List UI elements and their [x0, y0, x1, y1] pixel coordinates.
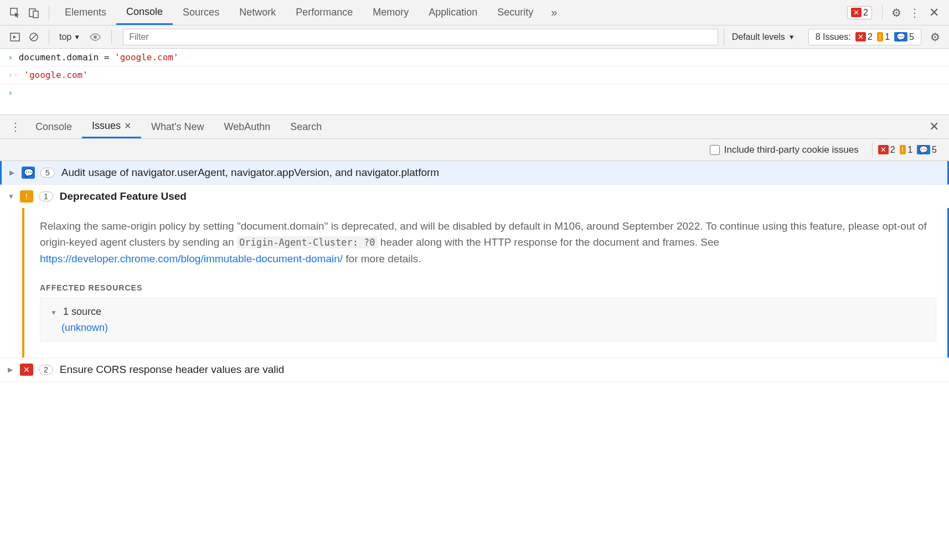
desc-code: Origin-Agent-Cluster: ?0	[237, 236, 378, 248]
issue-counts: ✕2 !1 💬5	[878, 145, 941, 155]
issue-row[interactable]: ▶ ✕ 2 Ensure CORS response header values…	[0, 357, 949, 382]
issue-row[interactable]: ▼ ! 1 Deprecated Feature Used	[0, 185, 949, 208]
console-toolbar: top ▼ Default levels ▼ 8 Issues: ✕2 !1 💬…	[0, 25, 949, 49]
code-string: 'google.com'	[24, 70, 88, 80]
console-prompt-line[interactable]: ›	[0, 84, 949, 115]
collapse-icon: ▼	[50, 309, 57, 317]
drawer-tab-console[interactable]: Console	[25, 115, 82, 138]
error-icon: ✕	[851, 8, 862, 17]
warning-issue-icon: !	[20, 190, 33, 203]
log-levels-selector[interactable]: Default levels ▼	[724, 29, 803, 45]
separator	[49, 30, 49, 44]
affected-resources-heading: AFFECTED RESOURCES	[40, 283, 936, 292]
issue-title: Deprecated Feature Used	[60, 190, 187, 203]
issues-warn-count: 1	[885, 32, 890, 42]
expand-icon[interactable]: ▶	[8, 366, 14, 374]
tab-performance[interactable]: Performance	[286, 0, 363, 25]
source-link[interactable]: (unknown)	[61, 322, 926, 334]
console-output: › document.domain = 'google.com' ‹· 'goo…	[0, 49, 949, 115]
device-toggle-icon[interactable]	[26, 5, 42, 20]
code-string: 'google.com'	[115, 52, 179, 63]
close-devtools-icon[interactable]: ✕	[929, 6, 939, 20]
svg-rect-2	[33, 11, 38, 18]
tab-network[interactable]: Network	[229, 0, 286, 25]
inspect-icon[interactable]	[7, 5, 23, 20]
settings-icon[interactable]: ⚙	[891, 6, 901, 19]
error-icon: ✕	[878, 145, 889, 154]
desc-text: for more details.	[343, 253, 421, 265]
console-input-line[interactable]: › document.domain = 'google.com'	[0, 49, 949, 66]
affected-resources-box: ▼ 1 source (unknown)	[40, 298, 936, 342]
expand-icon[interactable]: ▶	[9, 169, 16, 177]
drawer-tab-issues[interactable]: Issues ✕	[82, 115, 141, 138]
drawer-tab-search[interactable]: Search	[280, 115, 332, 138]
desc-text: header along with the HTTP response for …	[378, 236, 720, 248]
main-tabs: Elements Console Sources Network Perform…	[55, 0, 847, 25]
more-tabs-icon[interactable]: »	[551, 6, 557, 19]
issues-info-count: 5	[909, 32, 914, 42]
issues-toolbar: Include third-party cookie issues ✕2 !1 …	[0, 139, 949, 161]
issue-detail-panel: Relaxing the same-origin policy by setti…	[22, 208, 949, 357]
levels-label: Default levels	[732, 32, 785, 42]
kebab-menu-icon[interactable]: ⋮	[909, 6, 920, 19]
tab-sources[interactable]: Sources	[173, 0, 229, 25]
source-line[interactable]: ▼ 1 source	[50, 306, 926, 318]
desc-link[interactable]: https://developer.chrome.com/blog/immuta…	[40, 253, 343, 265]
tab-elements[interactable]: Elements	[55, 0, 116, 25]
error-issue-icon: ✕	[20, 364, 33, 376]
checkbox-input[interactable]	[710, 145, 720, 155]
tab-application[interactable]: Application	[419, 0, 487, 25]
drawer-menu-icon[interactable]: ⋮	[10, 120, 21, 133]
context-label: top	[59, 32, 71, 42]
issue-title: Ensure CORS response header values are v…	[60, 364, 285, 376]
drawer-tab-webauthn[interactable]: WebAuthn	[214, 115, 281, 138]
issue-title: Audit usage of navigator.userAgent, navi…	[61, 167, 439, 179]
separator	[882, 6, 883, 20]
info-issue-icon: 💬	[22, 167, 35, 179]
drawer-tabs: ⋮ Console Issues ✕ What's New WebAuthn S…	[0, 115, 949, 139]
main-toolbar: Elements Console Sources Network Perform…	[0, 0, 949, 25]
toggle-sidebar-icon[interactable]	[7, 29, 23, 45]
err-count: 2	[890, 145, 895, 155]
issues-err-count: 2	[868, 32, 873, 42]
warn-count: 1	[907, 145, 912, 155]
drawer-tab-whatsnew[interactable]: What's New	[141, 115, 214, 138]
prompt-icon: ›	[8, 52, 13, 63]
issue-description: Relaxing the same-origin policy by setti…	[40, 218, 936, 267]
third-party-checkbox[interactable]: Include third-party cookie issues	[710, 144, 859, 155]
top-error-badge[interactable]: ✕ 2	[847, 6, 872, 19]
issues-list: ▶ 💬 5 Audit usage of navigator.userAgent…	[0, 161, 949, 382]
issues-label: 8 Issues:	[816, 32, 851, 42]
prompt-icon: ›	[8, 87, 13, 98]
svg-line-5	[31, 34, 37, 40]
live-expression-icon[interactable]	[89, 33, 101, 42]
separator	[111, 30, 112, 44]
output-icon: ‹·	[8, 70, 18, 80]
collapse-icon[interactable]: ▼	[8, 193, 14, 200]
code-text: document.domain =	[19, 52, 115, 63]
drawer-tab-label: Issues	[92, 120, 121, 132]
tab-console[interactable]: Console	[116, 0, 173, 25]
separator	[49, 6, 49, 20]
clear-console-icon[interactable]	[26, 29, 42, 45]
warning-icon: !	[900, 145, 906, 154]
tab-security[interactable]: Security	[487, 0, 543, 25]
close-drawer-icon[interactable]: ✕	[929, 120, 939, 134]
chevron-down-icon: ▼	[74, 33, 80, 41]
close-tab-icon[interactable]: ✕	[124, 121, 131, 131]
checkbox-label: Include third-party cookie issues	[724, 144, 859, 155]
filter-input[interactable]	[123, 29, 718, 45]
console-settings-icon[interactable]: ⚙	[930, 30, 940, 44]
console-output-line: ‹· 'google.com'	[0, 66, 949, 84]
issues-summary-button[interactable]: 8 Issues: ✕2 !1 💬5	[808, 29, 921, 45]
toolbar-right: ✕ 2 ⚙ ⋮ ✕	[847, 6, 943, 20]
issue-row[interactable]: ▶ 💬 5 Audit usage of navigator.userAgent…	[0, 161, 949, 185]
context-selector[interactable]: top ▼	[59, 32, 80, 42]
issue-count-pill: 1	[39, 191, 53, 201]
warning-icon: !	[877, 32, 884, 42]
chevron-down-icon: ▼	[788, 33, 795, 41]
info-icon: 💬	[894, 32, 907, 42]
svg-point-6	[94, 35, 97, 39]
tab-memory[interactable]: Memory	[363, 0, 419, 25]
info-icon: 💬	[917, 145, 930, 154]
